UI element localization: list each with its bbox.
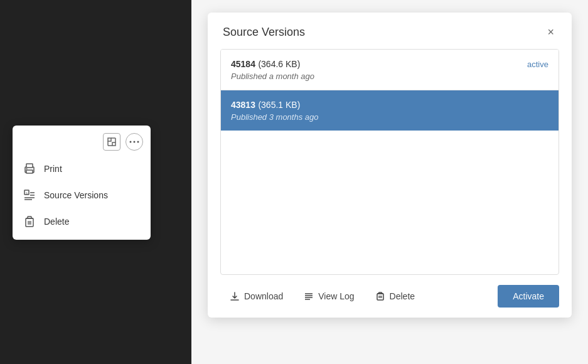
download-button[interactable]: Download xyxy=(220,286,292,307)
source-versions-icon: 1 2 xyxy=(23,188,36,202)
version-item-45184[interactable]: 45184 (364.6 KB) active Published a mont… xyxy=(221,50,559,90)
view-log-button[interactable]: View Log xyxy=(294,286,363,307)
source-versions-modal: Source Versions × 45184 (364.6 KB) activ… xyxy=(208,13,572,318)
version-item-43813[interactable]: 43813 (365.1 KB) Published 3 months ago xyxy=(221,90,559,131)
version-43813-info: 43813 (365.1 KB) xyxy=(231,99,300,110)
version-45184-number: 45184 xyxy=(231,59,255,69)
view-log-icon xyxy=(303,291,314,302)
version-43813-date: Published 3 months ago xyxy=(231,112,548,122)
menu-item-print[interactable]: Print xyxy=(13,156,151,182)
context-menu: Print 1 2 Source Versions xyxy=(13,126,151,240)
version-item-45184-header: 45184 (364.6 KB) active xyxy=(231,58,548,70)
menu-item-print-label: Print xyxy=(44,164,62,174)
modal-footer: Download View Log xyxy=(208,275,572,318)
svg-point-7 xyxy=(134,141,136,143)
modal-overlay: Source Versions × 45184 (364.6 KB) activ… xyxy=(191,0,588,364)
modal-title: Source Versions xyxy=(223,26,305,39)
more-options-icon[interactable] xyxy=(126,133,143,151)
version-45184-info: 45184 (364.6 KB) xyxy=(231,58,300,70)
delete-version-button[interactable]: Delete xyxy=(366,286,424,307)
svg-rect-11 xyxy=(26,170,33,173)
download-label: Download xyxy=(244,291,283,301)
svg-point-6 xyxy=(130,141,132,143)
activate-button[interactable]: Activate xyxy=(498,285,559,308)
menu-item-source-versions[interactable]: 1 2 Source Versions xyxy=(13,182,151,208)
delete-version-label: Delete xyxy=(390,291,415,301)
svg-rect-10 xyxy=(26,164,33,168)
modal-header: Source Versions × xyxy=(208,13,572,49)
modal-close-button[interactable]: × xyxy=(545,24,557,40)
menu-item-source-versions-label: Source Versions xyxy=(44,190,108,200)
svg-point-12 xyxy=(26,168,28,169)
version-45184-size: (364.6 KB) xyxy=(258,59,300,69)
version-45184-badge: active xyxy=(527,60,548,69)
expand-icon[interactable] xyxy=(103,133,120,151)
versions-list: 45184 (364.6 KB) active Published a mont… xyxy=(220,49,559,275)
version-43813-number: 43813 xyxy=(231,100,255,110)
svg-rect-1 xyxy=(112,142,115,146)
svg-point-8 xyxy=(137,141,139,143)
svg-text:2: 2 xyxy=(27,192,28,195)
svg-rect-0 xyxy=(108,138,111,141)
context-menu-header xyxy=(13,131,151,156)
modal-body: 45184 (364.6 KB) active Published a mont… xyxy=(208,49,572,275)
menu-item-delete-label: Delete xyxy=(44,217,69,227)
print-icon xyxy=(23,162,36,176)
view-log-label: View Log xyxy=(318,291,354,301)
version-item-43813-header: 43813 (365.1 KB) xyxy=(231,99,548,110)
delete-version-icon xyxy=(375,291,386,302)
version-45184-date: Published a month ago xyxy=(231,72,548,81)
version-43813-size: (365.1 KB) xyxy=(258,100,300,110)
delete-icon xyxy=(23,215,36,228)
menu-item-delete[interactable]: Delete xyxy=(13,208,151,235)
download-icon xyxy=(229,291,240,302)
